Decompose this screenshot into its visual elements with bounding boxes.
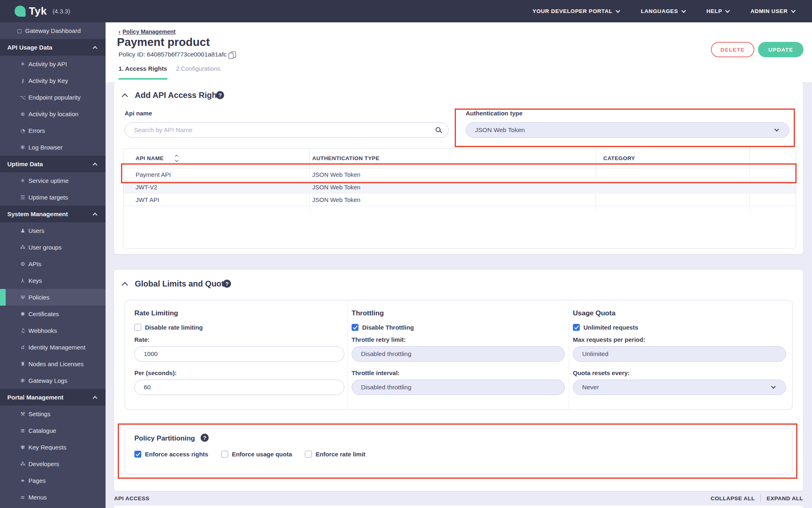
policy-partitioning-checkboxes: Enforce access rights Enforce usage quot… [134,451,365,458]
enforce-rate-limit-checkbox[interactable]: Enforce rate limit [305,451,365,458]
sidebar-item-service-uptime[interactable]: ✳Service uptime [0,172,106,189]
sidebar-item-webhooks[interactable]: ♫Webhooks [0,322,106,339]
update-button[interactable]: UPDATE [758,42,803,57]
nav-help[interactable]: HELP [706,8,729,14]
nav-languages[interactable]: LANGUAGES [641,8,685,14]
help-icon[interactable] [216,91,224,99]
quota-resets-dropdown[interactable]: Never [573,380,786,395]
checkbox-label: Enforce rate limit [315,451,365,458]
tyk-logo[interactable]: Tyk (4.3.3) [15,5,70,17]
expand-all-button[interactable]: EXPAND ALL [767,495,803,501]
search-icon[interactable] [436,127,441,132]
bomb-icon: ◔ [19,128,27,134]
sidebar-item-label: Identity Management [28,344,85,351]
sidebar-item-log-browser[interactable]: ✻Log Browser [0,139,106,156]
nav-label: ADMIN USER [750,8,788,14]
sidebar-item-activity-by-api[interactable]: ✳Activity by API [0,56,106,72]
sidebar-item-apis[interactable]: ⚙APIs [0,256,106,272]
max-requests-label: Max requests per period: [573,336,645,343]
sidebar-item-errors[interactable]: ◔Errors [0,122,106,139]
user-group-icon: ⁂ [19,244,27,250]
sidebar-item-policies[interactable]: ΨPolicies [0,289,106,306]
enforce-usage-quota-checkbox[interactable]: Enforce usage quota [221,451,292,458]
rate-label: Rate: [134,336,150,343]
sidebar-item-menus[interactable]: ≡Menus [0,489,106,506]
throttle-interval-input[interactable] [352,380,565,395]
checkbox-checked-icon[interactable] [573,324,580,331]
copy-icon[interactable] [231,52,236,58]
sidebar-section-api-usage-data[interactable]: API Usage Data [0,39,106,56]
disable-throttling-checkbox[interactable]: Disable Throttling [352,324,414,331]
sidebar-item-key-requests[interactable]: ✾Key Requests [0,439,106,456]
sort-icon[interactable] [175,155,178,161]
sidebar-section-label: Portal Management [7,394,63,401]
max-requests-input[interactable] [573,346,786,362]
help-icon[interactable] [201,434,209,442]
sidebar-item-certificates[interactable]: ✺Certificates [0,306,106,322]
table-row-jwt-v2[interactable]: JWT-V2 JSON Web Token [123,181,796,193]
sidebar-item-gateway-logs[interactable]: ✻Gateway Logs [0,372,106,389]
sidebar-item-user-groups[interactable]: ⁂User groups [0,239,106,256]
footer-actions: COLLAPSE ALL EXPAND ALL [710,494,803,502]
table-row-jwt-api[interactable]: JWT API JSON Web Token [123,193,796,206]
api-access-section-label[interactable]: API ACCESS [114,495,149,501]
sidebar-section-system-management[interactable]: System Management [0,206,106,222]
throttle-retry-input[interactable] [352,346,565,362]
activity-icon: ✳ [19,61,27,67]
sidebar-section-label: System Management [7,211,68,217]
sidebar-item-developers[interactable]: ⁂Developers [0,456,106,472]
col-api-name[interactable]: API NAME [136,155,164,161]
table-row-payment-api[interactable]: Payment API JSON Web Token [123,168,796,181]
auth-type-label: Authentication type [466,110,523,117]
sidebar-item-uptime-targets[interactable]: ☰Uptime targets [0,189,106,206]
collapse-all-button[interactable]: COLLAPSE ALL [710,495,755,501]
collapse-chevron-icon[interactable] [122,93,128,100]
help-icon[interactable] [223,280,231,288]
checkbox-unchecked-icon[interactable] [134,324,141,331]
sidebar-section-portal-management[interactable]: Portal Management [0,389,106,406]
col-auth-type: AUTHENTICATION TYPE [312,155,380,161]
api-name-label: Api name [125,110,152,117]
sidebar-item-catalogue[interactable]: ≣Catalogue [0,422,106,439]
tab-access-rights[interactable]: 1. Access Rights [119,65,167,80]
sidebar-section-uptime-data[interactable]: Uptime Data [0,156,106,172]
sidebar-item-identity-management[interactable]: ☌Identity Management [0,339,106,356]
sidebar-item-pages[interactable]: ❧Pages [0,472,106,489]
sidebar-item-activity-by-key[interactable]: ⚷Activity by Key [0,72,106,89]
enforce-access-rights-checkbox[interactable]: Enforce access rights [134,451,208,458]
policy-id-value: Policy ID: 640857b6f773ce0001a81afc [119,51,227,58]
checkbox-unchecked-icon[interactable] [305,451,312,458]
per-seconds-input[interactable] [134,380,344,395]
sidebar-item-keys[interactable]: ⅄Keys [0,272,106,289]
sidebar-item-gateway-dashboard[interactable]: ▢Gateway Dashboard [0,22,106,39]
checkbox-checked-icon[interactable] [352,324,358,331]
sidebar-item-label: Keys [28,277,42,284]
chevron-down-icon [771,384,775,389]
list-icon: ☰ [19,194,27,200]
sidebar-item-activity-by-location[interactable]: ⊕Activity by location [0,106,106,122]
page-title: Payment product [117,36,210,49]
sidebar-item-endpoint-popularity[interactable]: ⌥Endpoint popularity [0,89,106,106]
sidebar-item-label: Log Browser [28,144,63,151]
breadcrumb[interactable]: ‹ Policy Management [119,28,175,35]
auth-type-dropdown[interactable]: JSON Web Token [466,122,789,138]
page-header: ‹ Policy Management Payment product Poli… [106,22,812,82]
sidebar-item-nodes-and-licenses[interactable]: ♜Nodes and Licenses [0,356,106,372]
tab-configurations[interactable]: 2.Configurations [176,65,220,80]
nav-developer-portal[interactable]: YOUR DEVELOPER PORTAL [533,8,620,14]
sidebar-item-label: Activity by API [28,61,67,67]
checkbox-unchecked-icon[interactable] [221,451,228,458]
unlimited-requests-checkbox[interactable]: Unlimited requests [573,324,638,331]
cell-api-name: JWT-V2 [136,184,157,191]
sidebar-item-settings[interactable]: ⚒Settings [0,406,106,422]
checkbox-checked-icon[interactable] [134,451,141,458]
collapse-chevron-icon[interactable] [122,282,128,289]
sidebar-item-users[interactable]: ♟Users [0,222,106,239]
bug-icon: ✻ [19,144,27,150]
delete-button[interactable]: DELETE [711,42,754,57]
rate-input[interactable] [134,346,344,362]
nav-admin-user[interactable]: ADMIN USER [750,8,795,14]
disable-rate-limiting-checkbox[interactable]: Disable rate limiting [134,324,203,331]
search-input[interactable] [125,122,449,138]
topnav: YOUR DEVELOPER PORTAL LANGUAGES HELP ADM… [533,8,795,14]
